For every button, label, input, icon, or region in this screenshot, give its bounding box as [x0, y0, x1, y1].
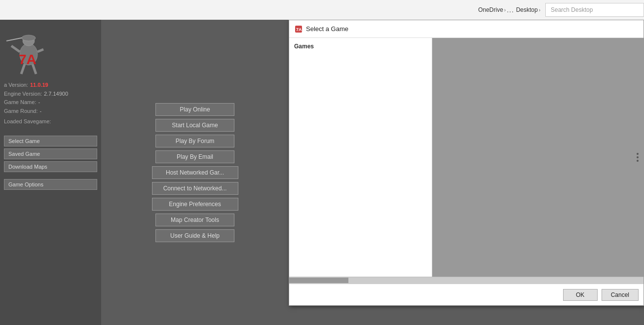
- breadcrumb-onedrive[interactable]: OneDrive: [478, 6, 503, 13]
- svg-text:7A: 7A: [19, 52, 37, 67]
- svg-text:7A: 7A: [296, 27, 302, 32]
- dialog-ok-button[interactable]: OK: [563, 289, 598, 301]
- engine-prefs-button[interactable]: Engine Preferences: [152, 198, 238, 211]
- dialog-icon-svg: 7A: [295, 26, 302, 33]
- savegame-label: Loaded Savegame:: [4, 117, 51, 126]
- host-networked-button[interactable]: Host Networked Gar...: [152, 166, 238, 179]
- scrollbar-thumb: [289, 278, 348, 283]
- center-menu: Play Online Start Local Game Play By For…: [101, 20, 289, 325]
- breadcrumb-dots[interactable]: ...: [507, 6, 514, 14]
- dialog-scrollbar[interactable]: [289, 277, 644, 284]
- dialog-body: Games: [289, 38, 644, 277]
- game-name-label: Game Name:: [4, 98, 36, 107]
- search-placeholder: Search Desktop: [551, 6, 593, 13]
- svg-line-5: [11, 46, 20, 52]
- dialog-games-panel: Games: [289, 38, 432, 277]
- dialog-context-menu[interactable]: [637, 153, 639, 162]
- dot-1: [637, 153, 639, 155]
- logo-area: 7A: [4, 27, 97, 72]
- play-online-button[interactable]: Play Online: [155, 103, 234, 116]
- sidebar: 7A a Version: 11.0.19 Engine Version: 2.…: [0, 20, 101, 325]
- game-name-value: -: [38, 98, 40, 107]
- dialog-titlebar: 7A Select a Game: [289, 20, 644, 38]
- version-a-value: 11.0.19: [30, 81, 48, 90]
- top-bar: OneDrive › ... Desktop › Search Desktop: [0, 0, 644, 20]
- chevron-icon-3: ›: [539, 7, 540, 13]
- version-engine-label: Engine Version:: [4, 90, 42, 99]
- logo-svg: 7A: [4, 27, 53, 76]
- connect-networked-button[interactable]: Connect to Networked...: [152, 182, 238, 195]
- saved-game-button[interactable]: Saved Game: [4, 148, 97, 159]
- play-by-email-button[interactable]: Play By Email: [155, 150, 234, 163]
- dialog-footer: OK Cancel: [289, 284, 644, 305]
- breadcrumb: OneDrive › ... Desktop ›: [478, 6, 545, 14]
- chevron-icon-1: ›: [504, 7, 506, 13]
- version-info: a Version: 11.0.19 Engine Version: 2.7.1…: [4, 81, 97, 126]
- dot-2: [637, 156, 639, 158]
- play-by-forum-button[interactable]: Play By Forum: [155, 135, 234, 147]
- game-logo: 7A: [4, 27, 48, 72]
- version-engine-value: 2.7.14900: [44, 90, 68, 99]
- version-a-label: a Version:: [4, 81, 28, 90]
- dialog-icon: 7A: [295, 26, 302, 33]
- download-maps-button[interactable]: Download Maps: [4, 161, 97, 172]
- dot-3: [637, 160, 639, 162]
- select-game-dialog: 7A Select a Game Games OK Cancel: [289, 20, 644, 306]
- dialog-games-label: Games: [294, 43, 427, 50]
- user-guide-button[interactable]: User Guide & Help: [155, 229, 234, 242]
- start-local-game-button[interactable]: Start Local Game: [155, 119, 234, 132]
- dialog-title: Select a Game: [306, 25, 348, 33]
- game-round-value: -: [39, 107, 41, 116]
- svg-point-4: [22, 35, 36, 41]
- game-round-label: Game Round:: [4, 107, 38, 116]
- svg-line-6: [38, 49, 43, 52]
- dialog-cancel-button[interactable]: Cancel: [602, 289, 639, 301]
- game-options-button[interactable]: Game Options: [4, 179, 97, 190]
- select-game-button[interactable]: Select Game: [4, 136, 97, 146]
- map-creator-button[interactable]: Map Creator Tools: [155, 214, 234, 226]
- search-box[interactable]: Search Desktop: [545, 3, 644, 17]
- breadcrumb-desktop[interactable]: Desktop: [516, 6, 538, 13]
- dialog-preview-panel: [432, 38, 644, 277]
